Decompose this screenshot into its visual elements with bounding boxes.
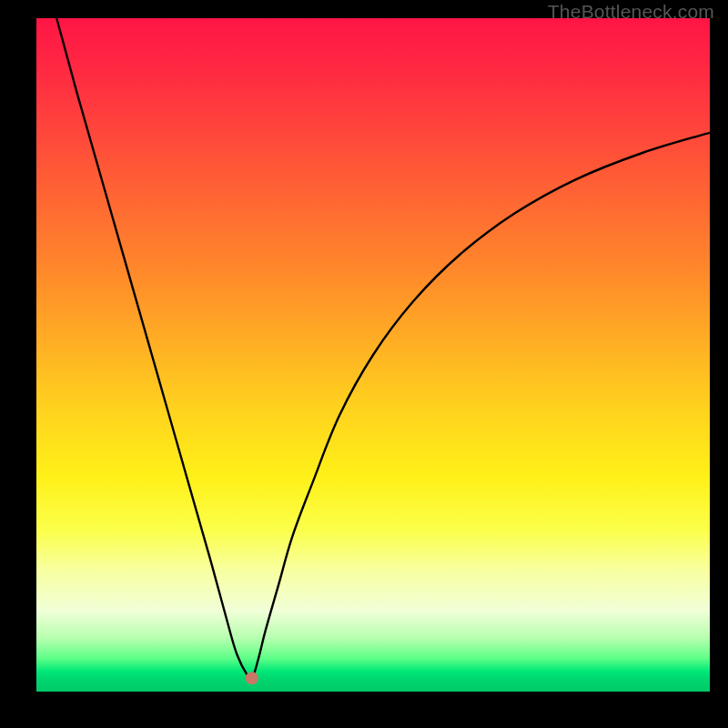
chart-frame: TheBottleneck.com [0, 0, 728, 728]
plot-area [36, 18, 710, 692]
bottleneck-curve [36, 18, 710, 692]
sweet-spot-marker-icon [246, 672, 258, 684]
bottleneck-curve-path [56, 18, 710, 679]
